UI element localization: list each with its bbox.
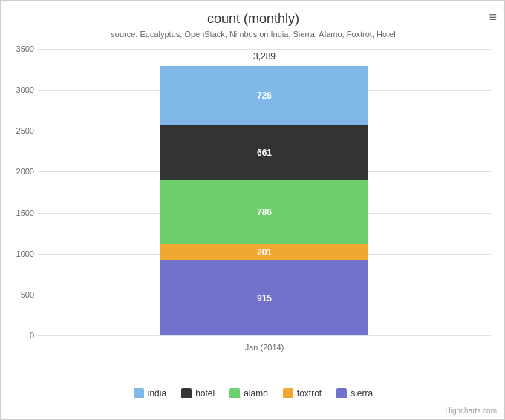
grid-line xyxy=(38,49,491,50)
bar-segment-alamo: 786 xyxy=(160,180,368,244)
legend-swatch-alamo xyxy=(229,388,240,398)
y-axis-label: 3500 xyxy=(16,45,34,53)
legend-label-hotel: hotel xyxy=(195,388,215,398)
legend-label-sierra: sierra xyxy=(351,388,373,398)
legend-label-foxtrot: foxtrot xyxy=(297,388,322,398)
legend: indiahotelalamofoxtrotsierra xyxy=(1,388,505,398)
y-axis-label: 0 xyxy=(30,331,34,340)
bar-segment-hotel: 661 xyxy=(160,125,368,180)
y-axis-label: 500 xyxy=(21,290,34,299)
bar-segment-sierra: 915 xyxy=(160,260,368,335)
legend-label-india: india xyxy=(148,388,166,398)
menu-icon[interactable]: ≡ xyxy=(489,10,497,25)
y-axis-label: 2500 xyxy=(16,126,34,135)
bar-group: 3,289726661786201915Jan (2014) xyxy=(160,66,368,335)
legend-swatch-foxtrot xyxy=(283,388,293,398)
legend-swatch-sierra xyxy=(336,388,347,398)
grid-line xyxy=(38,335,491,336)
chart-area: 05001000150020002500300035003,2897266617… xyxy=(38,49,491,335)
total-label: 3,289 xyxy=(253,51,276,62)
legend-item-sierra[interactable]: sierra xyxy=(336,388,373,398)
y-axis-label: 3000 xyxy=(16,85,34,94)
x-axis-label: Jan (2014) xyxy=(245,343,284,352)
bar-segment-foxtrot: 201 xyxy=(160,244,368,260)
chart-container: count (monthly) source: Eucalyptus, Open… xyxy=(1,1,505,420)
chart-subtitle: source: Eucalyptus, OpenStack, Nimbus on… xyxy=(1,27,505,39)
legend-swatch-india xyxy=(134,388,144,398)
legend-label-alamo: alamo xyxy=(244,388,268,398)
bar-stack: 726661786201915 xyxy=(160,66,368,335)
bar-segment-india: 726 xyxy=(160,66,368,125)
y-axis-label: 2000 xyxy=(16,167,34,176)
legend-swatch-hotel xyxy=(181,388,192,398)
y-axis-label: 1500 xyxy=(16,209,34,217)
highcharts-credit: Highcharts.com xyxy=(446,407,497,415)
chart-title: count (monthly) xyxy=(1,1,505,27)
legend-item-hotel[interactable]: hotel xyxy=(181,388,215,398)
y-axis-label: 1000 xyxy=(16,249,34,258)
legend-item-alamo[interactable]: alamo xyxy=(229,388,268,398)
legend-item-foxtrot[interactable]: foxtrot xyxy=(283,388,322,398)
legend-item-india[interactable]: india xyxy=(134,388,166,398)
